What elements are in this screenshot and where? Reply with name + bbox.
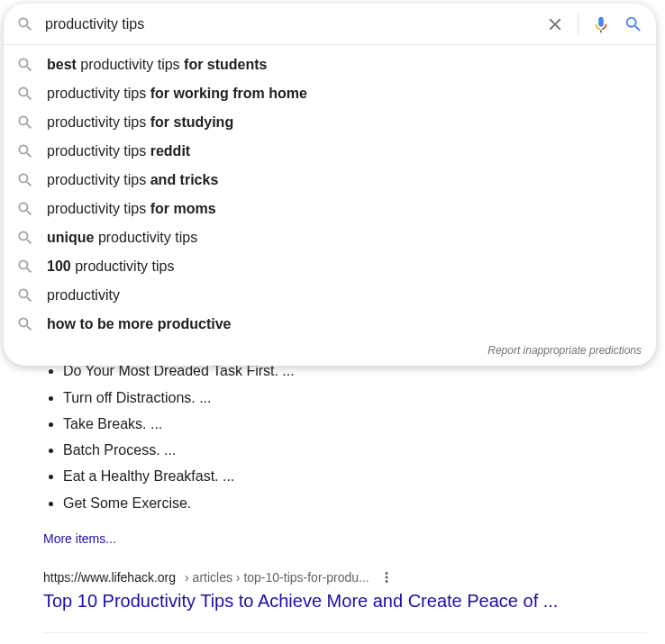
- report-predictions-link[interactable]: Report inappropriate predictions: [4, 339, 656, 358]
- search-icon: [16, 142, 34, 160]
- suggestion-item[interactable]: productivity tips reddit: [4, 137, 656, 166]
- suggestion-item[interactable]: productivity tips for working from home: [4, 79, 656, 108]
- snippet-item: Eat a Healthy Breakfast. ...: [63, 465, 647, 487]
- search-icon: [16, 229, 34, 247]
- suggestion-text: 100 productivity tips: [47, 257, 174, 277]
- suggestion-text: unique productivity tips: [47, 228, 197, 248]
- suggestion-text: productivity tips for studying: [47, 113, 233, 132]
- mic-icon[interactable]: [591, 14, 611, 34]
- clear-icon[interactable]: [545, 14, 565, 34]
- suggestion-item[interactable]: productivity tips and tricks: [4, 166, 656, 195]
- search-input[interactable]: [45, 16, 545, 32]
- suggestion-text: productivity: [47, 286, 120, 305]
- search-icon: [16, 113, 34, 132]
- divider: [578, 14, 578, 35]
- search-icon: [16, 85, 34, 103]
- results-area: Get a Head Start. ...Do Your Most Dreade…: [43, 333, 647, 644]
- snippet-item: Batch Process. ...: [63, 439, 647, 461]
- suggestion-text: how to be more productive: [47, 314, 231, 334]
- snippet-item: Get Some Exercise.: [63, 492, 647, 514]
- search-icon: [16, 171, 34, 189]
- suggestion-text: productivity tips for working from home: [47, 84, 307, 104]
- suggestion-text: best productivity tips for students: [47, 55, 268, 75]
- suggestion-item[interactable]: best productivity tips for students: [4, 50, 656, 79]
- more-vert-icon[interactable]: [378, 569, 395, 585]
- search-icon: [16, 200, 34, 218]
- suggestion-item[interactable]: productivity tips for moms: [4, 195, 656, 223]
- more-items-link[interactable]: More items...: [43, 531, 116, 546]
- result-title-link[interactable]: Top 10 Productivity Tips to Achieve More…: [43, 589, 558, 612]
- result-cite: https://www.lifehack.org › articles › to…: [43, 569, 647, 585]
- search-icon: [16, 286, 34, 304]
- cite-path: › articles › top-10-tips-for-produ...: [185, 570, 369, 585]
- suggestion-text: productivity tips for moms: [47, 199, 216, 219]
- suggestions-list: best productivity tips for studentsprodu…: [4, 45, 656, 339]
- cite-domain: https://www.lifehack.org: [43, 570, 176, 585]
- autocomplete-panel: best productivity tips for studentsprodu…: [4, 4, 656, 366]
- suggestion-item[interactable]: 100 productivity tips: [4, 252, 656, 281]
- suggestion-text: productivity tips reddit: [47, 141, 190, 161]
- suggestion-item[interactable]: how to be more productive: [4, 310, 656, 339]
- search-icon: [16, 56, 34, 74]
- search-icon: [16, 315, 34, 333]
- suggestion-text: productivity tips and tricks: [47, 170, 218, 190]
- snippet-item: Turn off Distractions. ...: [63, 386, 647, 409]
- search-button[interactable]: [624, 14, 643, 34]
- snippet-footer: About featured snippets • Feedback: [43, 632, 647, 644]
- snippet-item: Take Breaks. ...: [63, 413, 647, 435]
- suggestion-item[interactable]: productivity tips for studying: [4, 108, 656, 137]
- search-icon: [16, 258, 34, 276]
- search-bar: [4, 4, 656, 45]
- suggestion-item[interactable]: unique productivity tips: [4, 223, 656, 252]
- suggestion-item[interactable]: productivity: [4, 281, 656, 310]
- search-icon: [16, 15, 34, 33]
